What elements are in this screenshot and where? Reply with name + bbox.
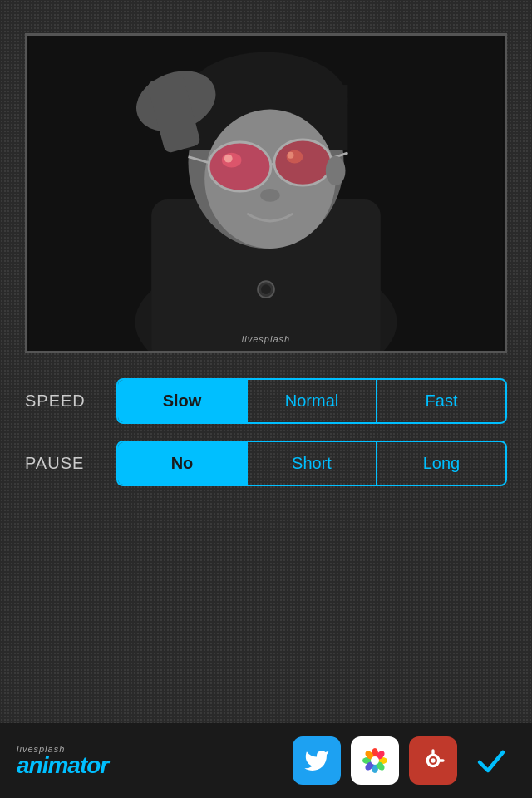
speed-fast-button[interactable]: Fast	[376, 380, 505, 422]
main-content: livesplash SPEED Slow Normal Fast PAUSE …	[0, 0, 532, 723]
svg-point-20	[261, 284, 271, 294]
svg-point-33	[371, 756, 379, 765]
share-button[interactable]	[409, 736, 457, 785]
pause-control-row: PAUSE No Short Long	[25, 441, 507, 486]
speed-control-row: SPEED Slow Normal Fast	[25, 378, 507, 424]
pause-short-button[interactable]: Short	[246, 442, 376, 485]
speed-normal-button[interactable]: Normal	[246, 380, 376, 422]
share-icon	[420, 747, 446, 774]
pause-button-group: No Short Long	[116, 441, 507, 486]
bottom-toolbar: livesplash animator	[0, 723, 532, 798]
photos-button[interactable]	[351, 736, 399, 785]
svg-point-17	[288, 152, 294, 159]
toolbar-icons	[293, 736, 515, 785]
svg-point-18	[260, 189, 280, 202]
speed-slow-button[interactable]: Slow	[118, 380, 246, 422]
svg-point-12	[274, 140, 332, 185]
speed-label: SPEED	[25, 392, 116, 411]
twitter-icon	[303, 747, 330, 774]
pause-label: PAUSE	[25, 454, 116, 473]
twitter-button[interactable]	[293, 736, 341, 785]
svg-line-13	[271, 164, 274, 165]
photos-icon	[360, 746, 390, 776]
watermark: livesplash	[242, 334, 290, 344]
pause-long-button[interactable]: Long	[376, 442, 505, 485]
image-preview-frame: livesplash	[25, 33, 507, 353]
logo-main-text: animator	[17, 754, 108, 777]
svg-point-36	[431, 758, 435, 762]
controls: SPEED Slow Normal Fast PAUSE No Short Lo…	[0, 378, 532, 503]
speed-button-group: Slow Normal Fast	[116, 378, 507, 424]
pause-no-button[interactable]: No	[118, 442, 246, 485]
checkmark-icon	[475, 744, 508, 777]
done-button[interactable]	[467, 736, 515, 785]
photo-image	[27, 36, 505, 351]
svg-point-16	[224, 155, 233, 163]
svg-point-23	[326, 156, 346, 185]
photo-canvas: livesplash	[27, 36, 505, 351]
app-logo: livesplash animator	[17, 745, 108, 777]
svg-point-11	[209, 142, 271, 191]
